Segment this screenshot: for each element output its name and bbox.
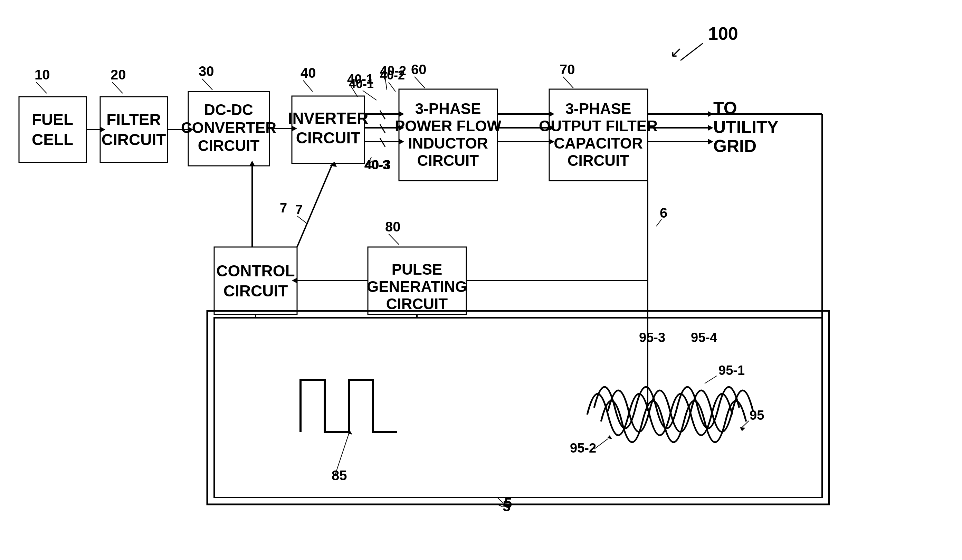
svg-text:POWER FLOW: POWER FLOW — [395, 118, 501, 134]
block-control-circuit: 50 CONTROL CIRCUIT — [214, 247, 297, 315]
ref-85-label: 85 — [332, 468, 347, 483]
ref-40-1-label: 40-1 — [347, 72, 373, 86]
ref-40-2-label: 40-2 — [380, 64, 406, 78]
ref-40-3-label: 40-3 — [365, 158, 391, 172]
ref-7: 7 — [280, 201, 287, 215]
svg-text:60: 60 — [411, 62, 426, 77]
svg-text:OUTPUT FILTER: OUTPUT FILTER — [539, 118, 658, 134]
svg-text:GENERATING: GENERATING — [367, 278, 467, 295]
svg-rect-40 — [214, 247, 297, 315]
to-utility-grid-label3: GRID — [713, 136, 757, 156]
svg-text:20: 20 — [111, 67, 126, 82]
svg-text:PULSE: PULSE — [392, 261, 442, 278]
svg-text:40: 40 — [300, 65, 316, 81]
svg-text:CONTROL: CONTROL — [216, 262, 295, 280]
to-utility-grid-label2: UTILITY — [713, 118, 779, 137]
svg-rect-10 — [100, 97, 168, 162]
ref-5: 5 — [503, 498, 510, 515]
ref-95-4-label: 95-4 — [691, 330, 717, 345]
svg-text:CIRCUIT: CIRCUIT — [386, 295, 448, 312]
svg-text:3-PHASE: 3-PHASE — [565, 100, 631, 117]
svg-text:INVERTER: INVERTER — [288, 109, 368, 127]
svg-text:INDUCTOR: INDUCTOR — [408, 135, 488, 152]
svg-rect-5 — [19, 97, 86, 162]
to-utility-grid-label: TO — [713, 98, 737, 118]
svg-text:FUEL: FUEL — [32, 111, 73, 129]
svg-text:70: 70 — [560, 62, 575, 77]
svg-text:CIRCUIT: CIRCUIT — [198, 137, 260, 154]
svg-text:↙: ↙ — [670, 44, 682, 60]
ref-100: 100 — [708, 24, 738, 44]
svg-text:DC-DC: DC-DC — [204, 101, 253, 118]
svg-text:CIRCUIT: CIRCUIT — [296, 129, 361, 147]
svg-text:CELL: CELL — [32, 131, 73, 148]
svg-text:CIRCUIT: CIRCUIT — [568, 152, 629, 169]
svg-text:CIRCUIT: CIRCUIT — [102, 131, 166, 148]
ref-7-label: 7 — [295, 202, 303, 217]
ref-95-3-label: 95-3 — [639, 330, 665, 345]
svg-text:CIRCUIT: CIRCUIT — [417, 152, 479, 169]
svg-text:CONVERTER: CONVERTER — [181, 119, 276, 136]
svg-text:CAPACITOR: CAPACITOR — [554, 135, 643, 152]
svg-text:30: 30 — [199, 64, 214, 79]
svg-text:10: 10 — [34, 67, 50, 82]
svg-text:3-PHASE: 3-PHASE — [415, 100, 481, 117]
svg-text:CIRCUIT: CIRCUIT — [223, 282, 288, 300]
ref-95-1-label: 95-1 — [718, 363, 745, 378]
ref-95-label: 95 — [750, 408, 764, 423]
svg-text:FILTER: FILTER — [107, 111, 161, 129]
ref-6-label: 6 — [660, 205, 667, 220]
ref-95-2-label: 95-2 — [570, 441, 596, 455]
svg-text:80: 80 — [385, 219, 401, 234]
